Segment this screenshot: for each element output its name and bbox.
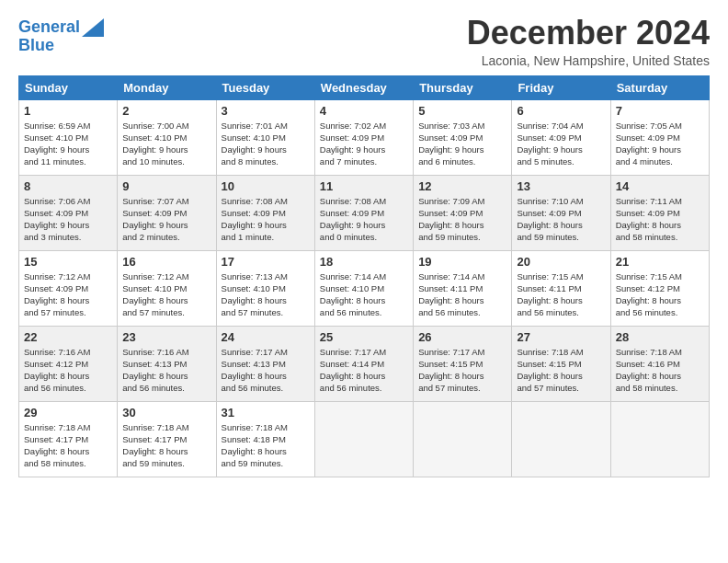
day-info: Sunrise: 7:15 AM Sunset: 4:12 PM Dayligh… xyxy=(616,270,704,319)
day-info: Sunrise: 7:08 AM Sunset: 4:09 PM Dayligh… xyxy=(222,195,310,244)
calendar-cell xyxy=(314,401,413,477)
day-number: 16 xyxy=(122,255,210,269)
calendar-cell: 29Sunrise: 7:18 AM Sunset: 4:17 PM Dayli… xyxy=(19,401,118,477)
day-number: 10 xyxy=(222,179,310,193)
day-number: 2 xyxy=(122,104,210,118)
calendar-week-row: 29Sunrise: 7:18 AM Sunset: 4:17 PM Dayli… xyxy=(19,401,710,477)
calendar-cell: 15Sunrise: 7:12 AM Sunset: 4:09 PM Dayli… xyxy=(19,250,118,326)
page: General Blue December 2024 Laconia, New … xyxy=(0,0,728,487)
logo-blue-text: Blue xyxy=(18,37,104,55)
calendar-cell: 23Sunrise: 7:16 AM Sunset: 4:13 PM Dayli… xyxy=(118,326,216,401)
logo-icon xyxy=(82,18,104,37)
day-number: 20 xyxy=(517,255,605,269)
day-info: Sunrise: 7:08 AM Sunset: 4:09 PM Dayligh… xyxy=(320,195,408,244)
day-number: 23 xyxy=(122,330,210,344)
weekday-header-row: SundayMondayTuesdayWednesdayThursdayFrid… xyxy=(19,75,710,99)
day-info: Sunrise: 7:07 AM Sunset: 4:09 PM Dayligh… xyxy=(122,195,210,244)
day-info: Sunrise: 7:01 AM Sunset: 4:10 PM Dayligh… xyxy=(222,120,310,168)
calendar-cell: 2Sunrise: 7:00 AM Sunset: 4:10 PM Daylig… xyxy=(118,99,216,175)
calendar-cell: 27Sunrise: 7:18 AM Sunset: 4:15 PM Dayli… xyxy=(512,326,610,401)
weekday-header-sunday: Sunday xyxy=(19,75,118,99)
calendar-cell: 31Sunrise: 7:18 AM Sunset: 4:18 PM Dayli… xyxy=(216,401,314,477)
day-info: Sunrise: 7:10 AM Sunset: 4:09 PM Dayligh… xyxy=(517,195,605,244)
calendar-cell: 24Sunrise: 7:17 AM Sunset: 4:13 PM Dayli… xyxy=(216,326,314,401)
day-number: 14 xyxy=(616,179,704,193)
calendar-cell: 12Sunrise: 7:09 AM Sunset: 4:09 PM Dayli… xyxy=(414,175,512,250)
day-info: Sunrise: 7:00 AM Sunset: 4:10 PM Dayligh… xyxy=(122,120,210,168)
day-info: Sunrise: 7:18 AM Sunset: 4:17 PM Dayligh… xyxy=(24,421,112,470)
day-number: 28 xyxy=(616,330,704,344)
weekday-header-wednesday: Wednesday xyxy=(314,75,413,99)
day-info: Sunrise: 7:13 AM Sunset: 4:10 PM Dayligh… xyxy=(222,270,310,319)
day-info: Sunrise: 7:12 AM Sunset: 4:10 PM Dayligh… xyxy=(122,270,210,319)
calendar-cell: 30Sunrise: 7:18 AM Sunset: 4:17 PM Dayli… xyxy=(118,401,216,477)
day-number: 4 xyxy=(320,104,408,118)
calendar-cell: 22Sunrise: 7:16 AM Sunset: 4:12 PM Dayli… xyxy=(19,326,118,401)
day-info: Sunrise: 7:16 AM Sunset: 4:12 PM Dayligh… xyxy=(24,346,112,395)
logo: General Blue xyxy=(18,18,104,55)
calendar: SundayMondayTuesdayWednesdayThursdayFrid… xyxy=(18,75,710,477)
day-number: 30 xyxy=(122,406,210,419)
day-number: 9 xyxy=(122,179,210,193)
weekday-header-saturday: Saturday xyxy=(610,75,709,99)
day-info: Sunrise: 7:18 AM Sunset: 4:15 PM Dayligh… xyxy=(517,346,605,395)
calendar-cell: 16Sunrise: 7:12 AM Sunset: 4:10 PM Dayli… xyxy=(118,250,216,326)
day-number: 19 xyxy=(418,255,506,269)
calendar-week-row: 15Sunrise: 7:12 AM Sunset: 4:09 PM Dayli… xyxy=(19,250,710,326)
day-info: Sunrise: 7:17 AM Sunset: 4:14 PM Dayligh… xyxy=(320,346,408,395)
calendar-cell: 9Sunrise: 7:07 AM Sunset: 4:09 PM Daylig… xyxy=(118,175,216,250)
day-info: Sunrise: 7:18 AM Sunset: 4:16 PM Dayligh… xyxy=(616,346,704,395)
day-number: 21 xyxy=(616,255,704,269)
day-info: Sunrise: 7:06 AM Sunset: 4:09 PM Dayligh… xyxy=(24,195,112,244)
day-info: Sunrise: 7:12 AM Sunset: 4:09 PM Dayligh… xyxy=(24,270,112,319)
day-number: 7 xyxy=(616,104,704,118)
weekday-header-friday: Friday xyxy=(512,75,610,99)
calendar-cell: 25Sunrise: 7:17 AM Sunset: 4:14 PM Dayli… xyxy=(314,326,413,401)
calendar-week-row: 1Sunrise: 6:59 AM Sunset: 4:10 PM Daylig… xyxy=(19,99,710,175)
day-number: 8 xyxy=(24,179,112,193)
day-info: Sunrise: 7:02 AM Sunset: 4:09 PM Dayligh… xyxy=(320,120,408,168)
calendar-cell xyxy=(610,401,709,477)
calendar-cell: 11Sunrise: 7:08 AM Sunset: 4:09 PM Dayli… xyxy=(314,175,413,250)
day-number: 12 xyxy=(418,179,506,193)
title-block: December 2024 Laconia, New Hampshire, Un… xyxy=(467,15,710,68)
calendar-cell: 8Sunrise: 7:06 AM Sunset: 4:09 PM Daylig… xyxy=(19,175,118,250)
calendar-cell: 1Sunrise: 6:59 AM Sunset: 4:10 PM Daylig… xyxy=(19,99,118,175)
day-info: Sunrise: 7:17 AM Sunset: 4:13 PM Dayligh… xyxy=(222,346,310,395)
calendar-cell: 10Sunrise: 7:08 AM Sunset: 4:09 PM Dayli… xyxy=(216,175,314,250)
day-info: Sunrise: 6:59 AM Sunset: 4:10 PM Dayligh… xyxy=(24,120,112,168)
day-number: 1 xyxy=(24,104,112,118)
month-title: December 2024 xyxy=(467,15,710,52)
calendar-cell: 28Sunrise: 7:18 AM Sunset: 4:16 PM Dayli… xyxy=(610,326,709,401)
day-number: 26 xyxy=(418,330,506,344)
day-info: Sunrise: 7:05 AM Sunset: 4:09 PM Dayligh… xyxy=(616,120,704,168)
calendar-cell: 5Sunrise: 7:03 AM Sunset: 4:09 PM Daylig… xyxy=(414,99,512,175)
weekday-header-monday: Monday xyxy=(118,75,216,99)
calendar-cell: 17Sunrise: 7:13 AM Sunset: 4:10 PM Dayli… xyxy=(216,250,314,326)
day-info: Sunrise: 7:11 AM Sunset: 4:09 PM Dayligh… xyxy=(616,195,704,244)
calendar-cell: 13Sunrise: 7:10 AM Sunset: 4:09 PM Dayli… xyxy=(512,175,610,250)
day-info: Sunrise: 7:14 AM Sunset: 4:11 PM Dayligh… xyxy=(418,270,506,319)
svg-marker-0 xyxy=(82,18,104,37)
day-info: Sunrise: 7:03 AM Sunset: 4:09 PM Dayligh… xyxy=(418,120,506,168)
day-number: 29 xyxy=(24,406,112,419)
day-number: 5 xyxy=(418,104,506,118)
day-number: 31 xyxy=(222,406,310,419)
day-info: Sunrise: 7:15 AM Sunset: 4:11 PM Dayligh… xyxy=(517,270,605,319)
day-number: 17 xyxy=(222,255,310,269)
header: General Blue December 2024 Laconia, New … xyxy=(18,15,710,68)
location: Laconia, New Hampshire, United States xyxy=(467,53,710,68)
day-number: 3 xyxy=(222,104,310,118)
day-info: Sunrise: 7:16 AM Sunset: 4:13 PM Dayligh… xyxy=(122,346,210,395)
day-info: Sunrise: 7:18 AM Sunset: 4:18 PM Dayligh… xyxy=(222,421,310,470)
day-number: 25 xyxy=(320,330,408,344)
day-number: 18 xyxy=(320,255,408,269)
calendar-week-row: 22Sunrise: 7:16 AM Sunset: 4:12 PM Dayli… xyxy=(19,326,710,401)
day-number: 11 xyxy=(320,179,408,193)
day-number: 15 xyxy=(24,255,112,269)
day-number: 6 xyxy=(517,104,605,118)
calendar-cell: 26Sunrise: 7:17 AM Sunset: 4:15 PM Dayli… xyxy=(414,326,512,401)
weekday-header-tuesday: Tuesday xyxy=(216,75,314,99)
calendar-week-row: 8Sunrise: 7:06 AM Sunset: 4:09 PM Daylig… xyxy=(19,175,710,250)
day-number: 27 xyxy=(517,330,605,344)
